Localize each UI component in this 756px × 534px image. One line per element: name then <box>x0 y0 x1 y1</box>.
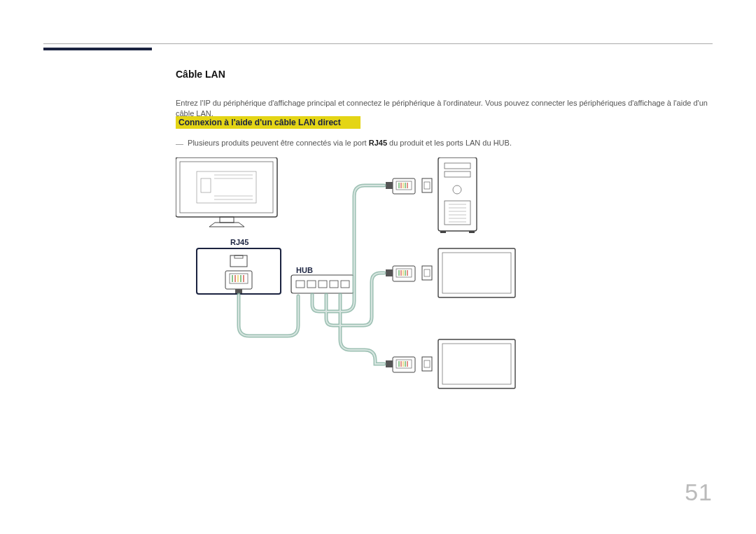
pc-tower-icon <box>438 157 477 233</box>
note-bold-port: RJ45 <box>369 139 387 147</box>
svg-rect-38 <box>469 231 475 233</box>
svg-rect-19 <box>235 289 242 293</box>
note-prefix: Plusieurs produits peuvent être connecté… <box>188 139 369 147</box>
hub-label: HUB <box>296 266 313 274</box>
svg-rect-20 <box>291 275 354 293</box>
socket-1 <box>422 178 432 192</box>
section-title: Câble LAN <box>176 69 225 80</box>
note-line: ― Plusieurs produits peuvent être connec… <box>176 139 512 148</box>
page-top-accent <box>43 48 152 50</box>
svg-rect-41 <box>438 339 515 388</box>
rj45-port-box <box>197 248 281 294</box>
svg-rect-39 <box>438 248 515 297</box>
display-3-icon <box>438 339 515 388</box>
display-2-icon <box>438 248 515 297</box>
socket-3 <box>422 357 432 371</box>
note-suffix: du produit et les ports LAN du HUB. <box>387 139 512 147</box>
note-dash-icon: ― <box>176 139 186 148</box>
page-top-divider <box>43 43 713 44</box>
rj45-connector-1 <box>386 178 415 194</box>
subsection-heading: Connexion à l'aide d'un câble LAN direct <box>176 116 360 129</box>
monitor-icon <box>176 157 277 227</box>
svg-rect-54 <box>386 360 393 367</box>
hub-icon <box>291 275 354 293</box>
svg-rect-53 <box>386 269 393 276</box>
rj45-label: RJ45 <box>230 238 248 246</box>
page-number: 51 <box>685 479 713 506</box>
svg-rect-8 <box>220 217 234 223</box>
rj45-connector-2 <box>386 266 415 281</box>
socket-2 <box>422 266 432 280</box>
connection-diagram: RJ45 HUB <box>176 157 540 423</box>
svg-rect-37 <box>440 231 446 233</box>
rj45-connector-3 <box>386 357 415 372</box>
svg-rect-0 <box>176 157 277 217</box>
svg-rect-52 <box>386 182 393 189</box>
